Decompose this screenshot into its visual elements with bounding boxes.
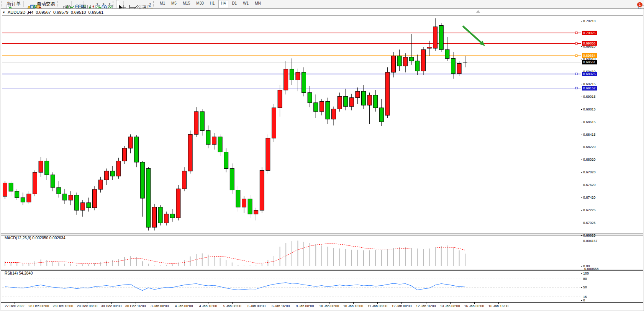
candle-body — [362, 91, 366, 105]
time-label: 12 Jan 16:00 — [416, 304, 436, 308]
candle-body — [296, 72, 300, 80]
time-label: 27 Dec 2022 — [5, 304, 24, 308]
candle-body — [433, 27, 438, 48]
time-label: 6 Jan 00:00 — [247, 304, 265, 308]
ohlc-close: 0.69561 — [88, 10, 103, 15]
time-tick — [184, 303, 184, 304]
candle-body — [308, 92, 312, 102]
candle-body — [415, 61, 420, 71]
candle-body — [116, 161, 121, 176]
candle-body — [445, 49, 449, 58]
candle-body — [158, 207, 162, 223]
candle-body — [200, 112, 204, 131]
toolbar-grip[interactable] — [1, 1, 3, 7]
level-price-badge: 0.69856 — [582, 41, 597, 46]
time-tick — [329, 303, 329, 304]
candle-body — [356, 91, 360, 98]
timeframe-m15-button[interactable]: M15 — [180, 0, 193, 8]
timeframe-m1-button[interactable]: M1 — [157, 0, 168, 8]
market-watch-button[interactable] — [25, 0, 28, 8]
time-axis-line — [1, 302, 643, 303]
divider — [23, 1, 24, 7]
macd-axis-max: 0.004167 — [583, 239, 598, 243]
timeframe-h1-button[interactable]: H1 — [207, 0, 218, 8]
timeframe-h4-button[interactable]: H4 — [218, 0, 229, 8]
time-tick — [353, 303, 354, 304]
level-price-badge: 0.69152 — [582, 86, 597, 91]
candle-body — [242, 199, 246, 207]
candle-body — [338, 96, 342, 109]
line-handle — [575, 43, 577, 44]
time-tick — [426, 303, 426, 304]
cursor-tool-button[interactable] — [116, 0, 119, 8]
candle-body — [3, 183, 7, 196]
candle-body — [80, 203, 85, 211]
ohlc-high: 0.69579 — [53, 10, 69, 15]
line-handle — [575, 32, 577, 34]
price-tick: 0.67620 — [583, 183, 596, 187]
new-order-button[interactable]: 新订单 — [4, 0, 22, 8]
time-label: 12 Jan 00:00 — [392, 304, 411, 308]
main-toolbar: 新订单 自动交易 — [0, 0, 644, 8]
candle-body — [260, 170, 264, 210]
time-label: 10 Jan 00:00 — [319, 304, 339, 308]
candle-body — [421, 49, 426, 71]
candle-body — [349, 98, 354, 107]
price-tick: 0.68020 — [583, 158, 596, 161]
axis-tick — [581, 197, 582, 198]
timeframe-d1-button[interactable]: D1 — [229, 0, 239, 8]
price-tick: 0.68815 — [583, 107, 596, 111]
candle-body — [176, 189, 180, 218]
macd-axis-min: -0.000658 — [583, 267, 599, 271]
time-tick — [474, 303, 475, 304]
candle-body — [344, 96, 348, 106]
autotrade-button[interactable]: 自动交易 — [34, 0, 57, 8]
ohlc-open: 0.69567 — [36, 10, 51, 15]
rsi-axis-label: 50 — [583, 285, 587, 289]
rsi-pane[interactable] — [2, 270, 581, 302]
trend-arrow — [463, 26, 481, 43]
rsi-axis-label: 0 — [583, 298, 585, 302]
price-tick: 0.70210 — [583, 19, 596, 23]
axis-tick — [581, 297, 582, 297]
price-chart-pane[interactable] — [2, 15, 581, 234]
price-axis-line — [581, 15, 581, 303]
candle-body — [140, 162, 144, 198]
line-handle — [575, 87, 577, 89]
time-label: 29 Dec 08:00 — [77, 304, 98, 308]
time-label: 30 Dec 16:00 — [125, 304, 146, 308]
time-label: 28 Dec 16:00 — [53, 304, 74, 308]
candle-body — [146, 168, 151, 227]
candle-body — [272, 108, 276, 138]
candle-body — [248, 199, 252, 214]
candle-body — [439, 26, 443, 50]
macd-pane[interactable] — [2, 235, 581, 269]
time-tick — [39, 303, 39, 304]
candle-body — [409, 57, 413, 61]
candle-body — [266, 138, 270, 170]
candle-body — [403, 57, 408, 66]
timeframe-mn-button[interactable]: MN — [252, 0, 264, 8]
time-tick — [15, 303, 15, 304]
timeframe-m5-button[interactable]: M5 — [169, 0, 179, 8]
toolbar-grip[interactable] — [57, 1, 60, 7]
axis-tick — [581, 269, 582, 269]
timeframe-w1-button[interactable]: W1 — [240, 0, 251, 8]
symbol-dropdown-icon[interactable]: ▼ — [2, 11, 5, 14]
scroll-marker-icon[interactable] — [476, 10, 480, 13]
time-label: 4 Jan 16:00 — [199, 304, 217, 308]
level-price-badge: 0.69375 — [582, 72, 597, 76]
time-label: 13 Jan 08:00 — [440, 304, 460, 308]
bar-chart-mode-button[interactable] — [61, 0, 64, 8]
timeframe-m30-button[interactable]: M30 — [193, 0, 206, 8]
axis-tick — [581, 223, 582, 223]
time-label: 9 Jan 08:00 — [296, 304, 314, 308]
candle-body — [33, 172, 37, 194]
time-tick — [87, 303, 87, 304]
axis-tick — [581, 122, 582, 122]
time-tick — [136, 303, 136, 304]
price-tick: 0.67025 — [583, 221, 596, 225]
line-handle — [575, 55, 577, 57]
candle-body — [254, 210, 258, 214]
price-tick: 0.67225 — [583, 208, 596, 212]
